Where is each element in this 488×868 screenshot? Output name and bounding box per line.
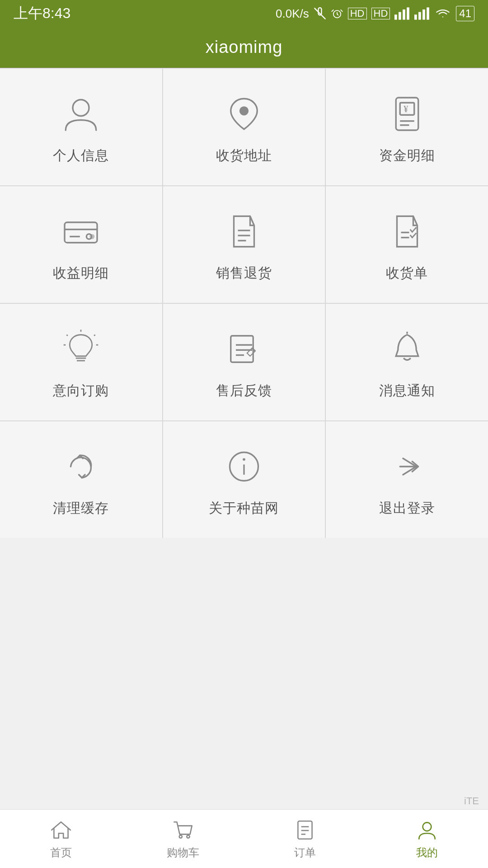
svg-rect-8	[427, 7, 429, 19]
menu-item-personal-info[interactable]: 个人信息	[0, 69, 162, 185]
menu-item-logout[interactable]: 退出登录	[326, 421, 488, 538]
nav-item-profile[interactable]: 我的	[366, 810, 488, 868]
svg-point-9	[73, 100, 89, 116]
svg-point-10	[239, 106, 249, 115]
status-bar: 上午8:43 0.0K/s HD HD 41	[0, 0, 488, 27]
nav-label-cart: 购物车	[167, 845, 199, 860]
svg-text:¥: ¥	[404, 104, 408, 114]
svg-line-29	[67, 335, 68, 336]
menu-label-receipt: 收货单	[386, 264, 428, 283]
person-icon	[58, 91, 103, 137]
card-icon	[58, 209, 103, 254]
menu-label-after-sale: 售后反馈	[216, 382, 272, 400]
svg-rect-7	[422, 9, 425, 20]
signal-icon	[394, 7, 410, 20]
svg-rect-3	[403, 9, 405, 20]
menu-label-intent-order: 意向订购	[53, 382, 109, 400]
svg-rect-5	[414, 14, 417, 19]
hd-badge-1: HD	[348, 8, 367, 19]
nav-label-profile: 我的	[416, 845, 438, 860]
title-bar: xiaomimg	[0, 27, 488, 68]
svg-point-41	[243, 458, 245, 461]
nav-label-orders: 订单	[294, 845, 316, 860]
username-title: xiaomimg	[206, 38, 283, 57]
document-lines-icon	[221, 209, 267, 254]
nav-item-home[interactable]: 首页	[0, 810, 122, 868]
svg-line-30	[94, 335, 95, 336]
document-check-icon	[385, 209, 430, 254]
svg-rect-1	[394, 14, 397, 19]
menu-item-receipt[interactable]: 收货单	[326, 186, 488, 303]
menu-item-intent-order[interactable]: 意向订购	[0, 304, 162, 420]
menu-item-clear-cache[interactable]: 清理缓存	[0, 421, 162, 538]
hd-badge-2: HD	[371, 8, 390, 19]
bell-icon	[385, 326, 430, 372]
menu-label-sales-return: 销售退货	[216, 264, 272, 283]
wifi-icon	[434, 7, 451, 20]
menu-label-fund-detail: 资金明细	[379, 146, 435, 165]
menu-label-notification: 消息通知	[379, 382, 435, 400]
menu-item-about[interactable]: 关于种苗网	[163, 421, 325, 538]
menu-item-sales-return[interactable]: 销售退货	[163, 186, 325, 303]
location-icon	[221, 91, 267, 137]
alarm-icon	[331, 7, 343, 20]
nav-item-cart[interactable]: 购物车	[122, 810, 244, 868]
share-icon	[385, 444, 430, 489]
svg-point-42	[179, 835, 182, 838]
menu-label-shipping-address: 收货地址	[216, 146, 272, 165]
orders-nav-icon	[293, 818, 317, 842]
menu-label-logout: 退出登录	[379, 499, 435, 518]
menu-label-clear-cache: 清理缓存	[53, 499, 109, 518]
menu-item-fund-detail[interactable]: ¥ 资金明细	[326, 69, 488, 185]
refresh-icon	[58, 444, 103, 489]
svg-rect-2	[399, 12, 401, 20]
menu-label-revenue-detail: 收益明细	[53, 264, 109, 283]
mute-icon	[314, 7, 326, 20]
svg-point-48	[423, 822, 432, 831]
nav-item-orders[interactable]: 订单	[244, 810, 366, 868]
bulb-icon	[58, 326, 103, 372]
battery-icon: 41	[456, 6, 474, 21]
svg-rect-6	[418, 12, 421, 20]
menu-label-personal-info: 个人信息	[53, 146, 109, 165]
cart-nav-icon	[171, 818, 195, 842]
info-circle-icon	[221, 444, 267, 489]
signal-icon-2	[414, 7, 430, 20]
nav-label-home: 首页	[50, 845, 72, 860]
menu-item-shipping-address[interactable]: 收货地址	[163, 69, 325, 185]
network-speed: 0.0K/s	[276, 7, 309, 21]
svg-rect-33	[231, 336, 253, 363]
profile-nav-icon	[415, 818, 439, 842]
menu-label-about: 关于种苗网	[209, 499, 279, 518]
svg-rect-16	[65, 222, 97, 243]
status-icons: 0.0K/s HD HD 41	[276, 6, 474, 21]
edit-doc-icon	[221, 326, 267, 372]
menu-item-revenue-detail[interactable]: 收益明细	[0, 186, 162, 303]
menu-item-notification[interactable]: 消息通知	[326, 304, 488, 420]
empty-area	[0, 538, 488, 818]
home-nav-icon	[49, 818, 73, 842]
status-time: 上午8:43	[14, 4, 70, 24]
svg-rect-4	[407, 7, 409, 19]
phone-pay-icon: ¥	[385, 91, 430, 137]
menu-grid: 个人信息 收货地址 ¥ 资金明细	[0, 68, 488, 538]
menu-item-after-sale[interactable]: 售后反馈	[163, 304, 325, 420]
svg-point-20	[89, 234, 94, 239]
svg-point-43	[187, 835, 189, 838]
watermark: iTE	[464, 795, 479, 807]
bottom-nav: 首页 购物车 订单 我的	[0, 809, 488, 868]
